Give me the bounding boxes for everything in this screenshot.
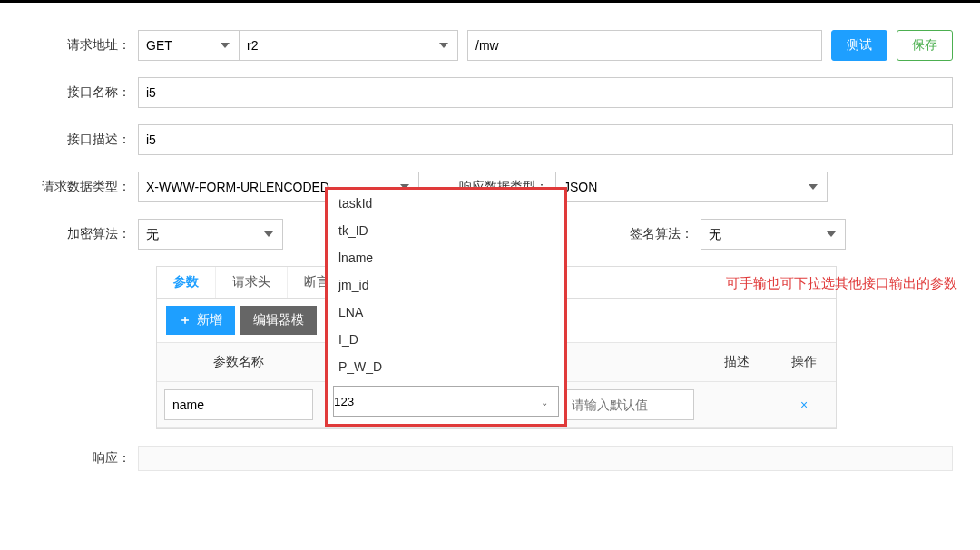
dropdown-option[interactable]: jm_id	[328, 271, 564, 299]
encrypt-algo-label: 加密算法：	[18, 226, 138, 242]
save-button[interactable]: 保存	[897, 30, 953, 61]
request-url-label: 请求地址：	[18, 37, 138, 54]
col-desc: 描述	[701, 343, 772, 382]
tab-params[interactable]: 参数	[157, 267, 216, 298]
param-name-input[interactable]	[164, 389, 313, 420]
response-output	[138, 446, 953, 471]
col-param-name: 参数名称	[157, 343, 320, 382]
col-default	[556, 343, 701, 382]
dropdown-option[interactable]: P_W_D	[328, 353, 564, 380]
sign-algo-select[interactable]: 无	[701, 219, 846, 250]
add-button-label: 新增	[197, 312, 222, 329]
param-desc-input[interactable]	[709, 389, 765, 420]
tab-headers[interactable]: 请求头	[216, 267, 288, 298]
plus-icon: ＋	[179, 312, 191, 329]
dropdown-option[interactable]: LNA	[328, 299, 564, 326]
host-select[interactable]: r2	[239, 30, 458, 61]
interface-desc-input[interactable]	[138, 124, 953, 155]
dropdown-combobox-input[interactable]	[333, 386, 559, 417]
delete-row-button[interactable]: ×	[779, 398, 828, 412]
add-param-button[interactable]: ＋ 新增	[166, 306, 235, 335]
http-method-select[interactable]: GET	[138, 30, 240, 61]
editor-mode-button[interactable]: 编辑器模	[240, 306, 317, 335]
dropdown-option[interactable]: lname	[328, 244, 564, 271]
test-button[interactable]: 测试	[831, 30, 887, 61]
dropdown-option[interactable]: I_D	[328, 326, 564, 353]
interface-desc-label: 接口描述：	[18, 132, 138, 148]
interface-name-label: 接口名称：	[18, 84, 138, 101]
request-data-type-label: 请求数据类型：	[18, 179, 138, 195]
path-input[interactable]	[467, 30, 822, 61]
dropdown-option[interactable]: tk_ID	[328, 217, 564, 244]
interface-name-input[interactable]	[138, 77, 953, 108]
sign-algo-label: 签名算法：	[564, 226, 701, 242]
dropdown-option[interactable]: taskId	[328, 190, 564, 217]
encrypt-algo-select[interactable]: 无	[138, 219, 283, 250]
response-data-type-select[interactable]: JSON	[555, 172, 828, 202]
autocomplete-dropdown: taskId tk_ID lname jm_id LNA I_D P_W_D ⌄	[325, 187, 567, 427]
annotation-text: 可手输也可下拉选其他接口输出的参数	[726, 275, 957, 292]
response-label: 响应：	[18, 450, 138, 467]
param-default-input[interactable]	[564, 389, 694, 420]
col-op: 操作	[772, 343, 836, 382]
